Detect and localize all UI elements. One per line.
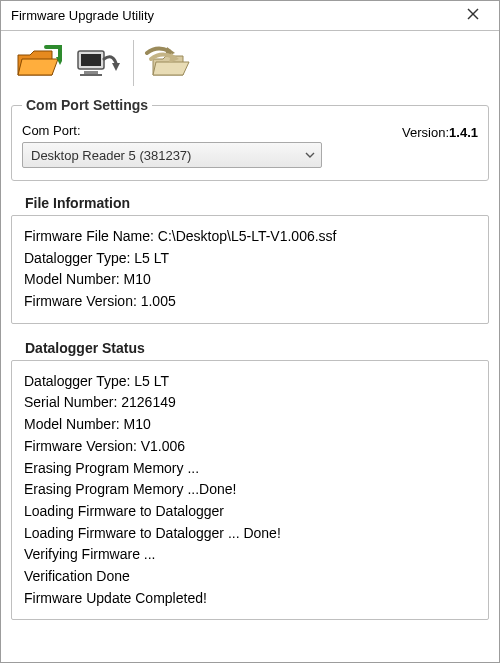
file-info-line: Model Number: M10 <box>24 269 476 291</box>
status-line: Datalogger Type: L5 LT <box>24 371 476 393</box>
svg-marker-9 <box>112 63 120 71</box>
comport-dropdown[interactable]: Desktop Reader 5 (381237) <box>22 142 322 168</box>
file-info-line: Firmware File Name: C:\Desktop\L5-LT-V1.… <box>24 226 476 248</box>
status-line: Firmware Version: V1.006 <box>24 436 476 458</box>
toolbar <box>1 31 499 93</box>
svg-rect-7 <box>84 71 98 74</box>
close-icon <box>467 8 479 23</box>
svg-marker-3 <box>18 59 58 75</box>
status-line: Loading Firmware to Datalogger ... Done! <box>24 523 476 545</box>
window-title: Firmware Upgrade Utility <box>11 8 453 23</box>
status-line: Serial Number: 2126149 <box>24 392 476 414</box>
resend-button[interactable] <box>140 39 196 87</box>
titlebar: Firmware Upgrade Utility <box>1 1 499 31</box>
version-value: 1.4.1 <box>449 125 478 140</box>
svg-rect-6 <box>81 54 101 66</box>
comport-selected-value: Desktop Reader 5 (381237) <box>31 148 191 163</box>
status-line: Verification Done <box>24 566 476 588</box>
svg-marker-11 <box>153 62 189 75</box>
app-window: Firmware Upgrade Utility <box>0 0 500 663</box>
svg-rect-8 <box>80 74 102 76</box>
comport-settings-group: Com Port Settings Com Port: Desktop Read… <box>11 97 489 181</box>
status-heading: Datalogger Status <box>25 340 489 356</box>
upload-firmware-button[interactable] <box>69 39 125 87</box>
open-folder-icon <box>16 45 62 82</box>
redo-folder-icon <box>143 45 193 82</box>
close-button[interactable] <box>453 2 493 30</box>
chevron-down-icon <box>305 152 315 158</box>
comport-label: Com Port: <box>22 123 402 138</box>
version-label: Version: <box>402 125 449 140</box>
file-info-heading: File Information <box>25 195 489 211</box>
open-file-button[interactable] <box>11 39 67 87</box>
status-line: Erasing Program Memory ...Done! <box>24 479 476 501</box>
status-line: Model Number: M10 <box>24 414 476 436</box>
toolbar-separator <box>133 40 134 86</box>
comport-legend: Com Port Settings <box>22 97 152 113</box>
status-line: Loading Firmware to Datalogger <box>24 501 476 523</box>
file-info-line: Datalogger Type: L5 LT <box>24 248 476 270</box>
file-info-box: Firmware File Name: C:\Desktop\L5-LT-V1.… <box>11 215 489 324</box>
status-line: Verifying Firmware ... <box>24 544 476 566</box>
file-info-line: Firmware Version: 1.005 <box>24 291 476 313</box>
version-display: Version:1.4.1 <box>402 123 478 140</box>
status-box: Datalogger Type: L5 LT Serial Number: 21… <box>11 360 489 621</box>
status-line: Firmware Update Completed! <box>24 588 476 610</box>
status-line: Erasing Program Memory ... <box>24 458 476 480</box>
upload-device-icon <box>74 45 120 82</box>
